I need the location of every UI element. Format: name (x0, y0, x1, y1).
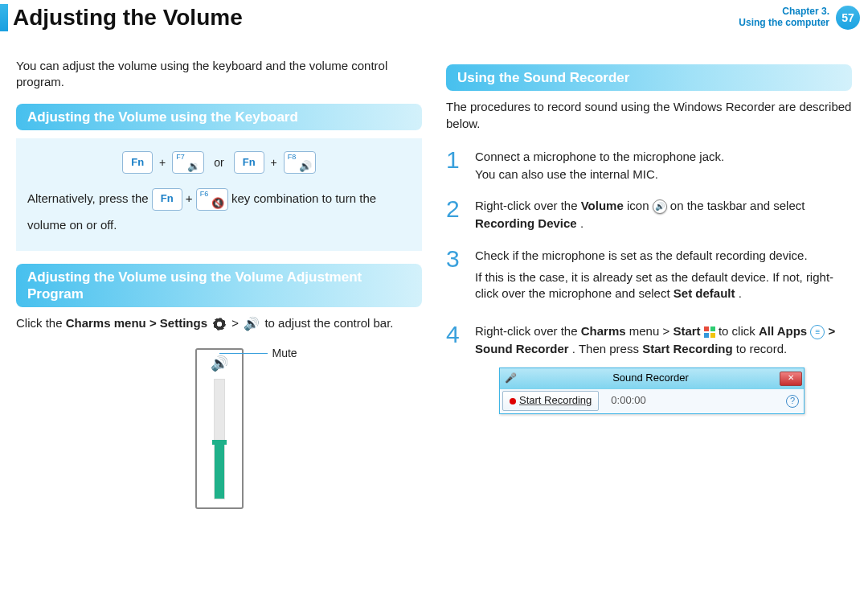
f7-key: F7 🔉 (172, 151, 204, 174)
section-program: Adjusting the Volume using the Volume Ad… (16, 264, 422, 308)
close-button[interactable]: ✕ (780, 372, 802, 386)
gear-icon (212, 317, 227, 331)
sr-title-text: Sound Recorder (522, 371, 780, 386)
s4a: Right-click over the (475, 324, 581, 338)
mute-combo-text: Alternatively, press the Fn + F6 🔇 key c… (27, 185, 411, 238)
charms-path: Charms menu > Settings (66, 316, 207, 330)
s3d: . (739, 286, 742, 300)
f6-label: F6 (200, 191, 209, 198)
windows-logo-icon (704, 326, 715, 338)
s3a: Check if the microphone is set as the de… (475, 248, 808, 262)
or-text: or (214, 156, 223, 169)
s3-extra: If this is the case, it is already set a… (475, 269, 852, 302)
f7-label: F7 (176, 154, 185, 161)
right-column: Using the Sound Recorder The procedures … (446, 51, 852, 509)
s2d: on the taskbar and select (670, 199, 805, 212)
step-2: 2 Right-click over the Volume icon 🔊 on … (446, 197, 852, 232)
click-b: to adjust the control bar. (264, 316, 393, 330)
section-keyboard: Adjusting the Volume using the Keyboard (16, 104, 422, 130)
s4f: All Apps (759, 324, 807, 338)
s2a: Right-click over the (475, 199, 581, 212)
volume-track[interactable] (214, 379, 225, 499)
sound-recorder-window: 🎤 Sound Recorder ✕ Start Recording 0:00:… (499, 368, 805, 414)
plus-2: + (271, 156, 277, 169)
s4d: Start (673, 324, 700, 338)
intro-text: You can adjust the volume using the keyb… (16, 58, 422, 91)
s4c: menu > (629, 324, 674, 338)
step-num-4: 4 (446, 322, 465, 414)
step-num-1: 1 (446, 148, 465, 183)
speaker-icon: 🔊 (244, 318, 260, 331)
click-a: Click the (16, 316, 66, 330)
recording-time: 0:00:00 (611, 393, 645, 409)
s2e: Recording Device (475, 216, 577, 230)
s1b: You can also use the internal MIC. (475, 167, 658, 181)
s2c: icon (627, 199, 653, 212)
volume-tray-icon: 🔊 (653, 199, 667, 214)
callout-line (219, 353, 268, 354)
left-column: You can adjust the volume using the keyb… (16, 51, 422, 509)
all-apps-icon: ≡ (810, 325, 825, 339)
s3b: If this is the case, it is already set a… (475, 270, 833, 300)
s4h: Sound Recorder (475, 342, 569, 355)
volume-down-icon: 🔉 (187, 161, 200, 172)
step-4: 4 Right-click over the Charms menu > Sta… (446, 322, 852, 414)
s4k: to record. (736, 342, 787, 355)
step-body-2: Right-click over the Volume icon 🔊 on th… (475, 197, 852, 232)
f8-key: F8 🔊 (284, 151, 316, 174)
chapter-label: Chapter 3. Using the computer (739, 6, 829, 29)
alt-text-a: Alternatively, press the (27, 191, 152, 205)
s4j: Start Recording (642, 342, 733, 355)
header-meta: Chapter 3. Using the computer 57 (739, 6, 860, 30)
recorder-intro: The procedures to record sound using the… (446, 99, 852, 132)
plus-3: + (186, 191, 193, 205)
volume-thumb[interactable] (212, 440, 227, 445)
step-body-4: Right-click over the Charms menu > Start… (475, 322, 852, 414)
f6-key: F6 🔇 (196, 188, 228, 211)
mute-label: Mute (272, 347, 297, 359)
keyboard-info-box: Fn + F7 🔉 or Fn + F8 🔊 Alternatively, pr… (16, 138, 422, 251)
page-header: Adjusting the Volume Chapter 3. Using th… (0, 0, 868, 35)
help-button[interactable]: ? (786, 395, 799, 408)
sr-button-label: Start Recording (519, 393, 592, 409)
s2b: Volume (581, 199, 624, 212)
page-title: Adjusting the Volume (13, 5, 739, 31)
section-recorder: Using the Sound Recorder (446, 64, 852, 91)
s1a: Connect a microphone to the microphone j… (475, 150, 724, 163)
steps-list: 1 Connect a microphone to the microphone… (446, 148, 852, 414)
start-recording-button[interactable]: Start Recording (502, 391, 599, 411)
step-num-2: 2 (446, 197, 465, 232)
step-body-1: Connect a microphone to the microphone j… (475, 148, 852, 183)
s4b: Charms (581, 324, 626, 338)
charms-text: Click the Charms menu > Settings > 🔊 to … (16, 315, 422, 331)
step-3: 3 Check if the microphone is set as the … (446, 247, 852, 308)
sr-body: Start Recording 0:00:00 ? (500, 389, 804, 413)
key-combo-row: Fn + F7 🔉 or Fn + F8 🔊 (27, 151, 411, 174)
volume-icon[interactable]: 🔊 (211, 355, 228, 372)
s4g: > (829, 324, 836, 338)
microphone-icon: 🎤 (505, 372, 517, 385)
page-number: 57 (836, 6, 860, 30)
fn-key-2: Fn (234, 151, 264, 174)
volume-up-icon: 🔊 (299, 161, 312, 172)
chapter-line2: Using the computer (739, 18, 829, 29)
f8-label: F8 (288, 154, 297, 161)
plus-1: + (159, 156, 166, 169)
step-body-3: Check if the microphone is set as the de… (475, 247, 852, 308)
fn-key: Fn (122, 151, 153, 174)
gt-1: > (231, 316, 242, 330)
step-1: 1 Connect a microphone to the microphone… (446, 148, 852, 183)
s3c: Set default (674, 286, 735, 300)
chapter-line1: Chapter 3. (739, 6, 829, 18)
volume-slider[interactable]: 🔊 (195, 348, 244, 509)
mute-icon: 🔇 (211, 198, 224, 209)
volume-fill (215, 445, 224, 499)
record-icon (510, 398, 516, 405)
fn-key-3: Fn (152, 188, 182, 211)
step-num-3: 3 (446, 247, 465, 308)
header-accent (0, 4, 8, 31)
volume-control-figure: 🔊 Mute (16, 348, 422, 509)
sr-titlebar[interactable]: 🎤 Sound Recorder ✕ (500, 368, 804, 389)
s4e: to click (719, 324, 759, 338)
s4i: . Then press (572, 342, 642, 355)
